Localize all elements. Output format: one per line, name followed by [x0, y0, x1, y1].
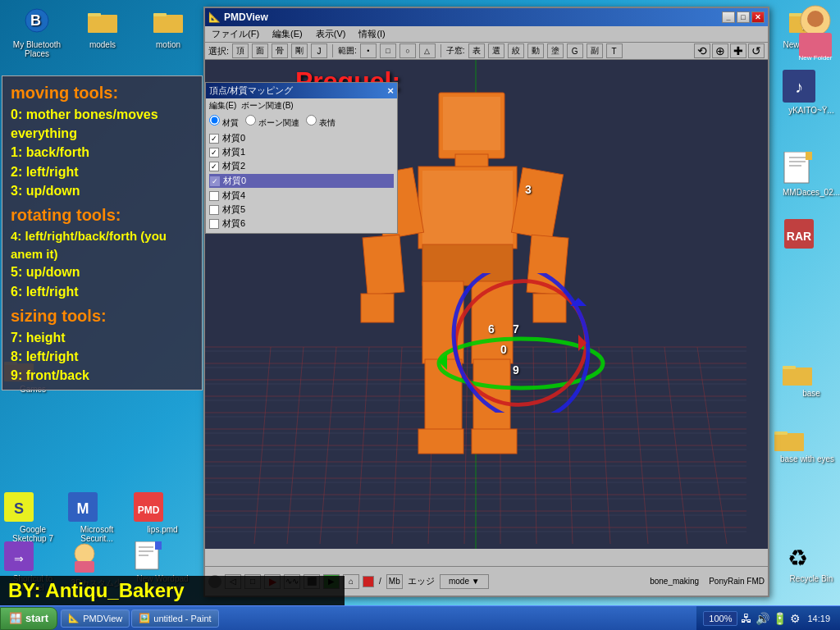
- menu-info[interactable]: 情報(I): [355, 27, 388, 41]
- material-list: ✓ 材質0 ✓ 材質1 ✓ 材質2 ✓ 材質0 材質4 材質5: [206, 130, 397, 233]
- separator-2: [441, 44, 441, 57]
- moving-item-3: 3: up/down: [11, 181, 194, 200]
- toolbar-btn-triangle[interactable]: △: [419, 43, 436, 58]
- bottom-btn-mb[interactable]: Mb: [386, 574, 403, 589]
- maximize-button[interactable]: □: [737, 11, 750, 23]
- range-label: 範囲:: [338, 45, 357, 57]
- toolbar-btn-hyou[interactable]: 表: [468, 43, 485, 58]
- rotation-rings-svg: [427, 273, 615, 413]
- svg-rect-22: [783, 368, 812, 386]
- toolbar-btn-shibo[interactable]: 絞: [508, 43, 524, 58]
- desktop-icon-bluetooth[interactable]: B My Bluetooth Places: [4, 4, 70, 58]
- desktop-icon-mmddocs[interactable]: MMDaces_02...: [783, 152, 840, 197]
- bottom-btn-7[interactable]: ⌂: [343, 574, 359, 589]
- toolbar: 選択: 頂 面 骨 剛 J 範囲: • □ ○ △ 子窓: 表 選 絞 動 塗 …: [205, 43, 768, 60]
- bottom-btn-red[interactable]: [363, 576, 374, 587]
- toolbar-btn-bone[interactable]: 骨: [272, 43, 288, 58]
- material-item-5: 材質5: [209, 203, 394, 216]
- toolbar-btn-face[interactable]: 面: [252, 43, 268, 58]
- material-menu-edit[interactable]: 編集(E): [209, 100, 236, 112]
- toolbar-btn-right-2[interactable]: ⊕: [712, 43, 728, 58]
- toolbar-btn-right-3[interactable]: ✚: [730, 43, 746, 58]
- svg-rect-23: [783, 366, 796, 369]
- svg-text:PMD: PMD: [138, 504, 160, 516]
- start-button[interactable]: 🪟 start: [0, 607, 57, 630]
- menu-view[interactable]: 表示(V): [313, 27, 349, 41]
- desktop-icon-motion[interactable]: motion: [135, 4, 201, 49]
- toolbar-btn-top[interactable]: 頂: [232, 43, 249, 58]
- sketchup-label: Google Sketchup 7: [4, 525, 62, 543]
- svg-rect-18: [789, 165, 801, 167]
- menu-file[interactable]: ファイル(F): [208, 27, 262, 41]
- rotating-item-2: 6: left/right: [11, 282, 194, 301]
- desktop-icon-base[interactable]: base: [783, 361, 840, 398]
- desktop-icon-winrar[interactable]: RAR: [783, 217, 840, 253]
- recycle-label: Recycle Bin: [783, 574, 840, 583]
- desktop-icon-ms-security[interactable]: M Microsoft Securit...: [68, 492, 126, 543]
- toolbar-btn-circle[interactable]: ○: [399, 43, 416, 58]
- material-menu-bone[interactable]: ボーン関連(B): [241, 100, 293, 112]
- menu-edit[interactable]: 編集(E): [269, 27, 306, 41]
- svg-rect-15: [784, 152, 809, 183]
- radio-material[interactable]: 材質: [209, 118, 239, 127]
- svg-rect-2: [88, 15, 117, 33]
- taskbar-paint[interactable]: 🖼️ untitled - Paint: [131, 609, 218, 628]
- taskbar-percent: 100%: [703, 611, 737, 626]
- toolbar-btn-nuri[interactable]: 塗: [547, 43, 564, 58]
- material-radio-row: 材質 ボーン関連 表情: [206, 113, 397, 130]
- bottom-mode-btn[interactable]: mode ▼: [440, 574, 489, 589]
- desktop-icon-base-eyes[interactable]: base with eyes: [774, 427, 840, 463]
- sizing-item-1: 8: left/right: [11, 347, 194, 366]
- desktop-icon-sketchup[interactable]: S Google Sketchup 7: [4, 492, 62, 543]
- motion-folder-icon: [152, 4, 185, 37]
- svg-rect-101: [472, 429, 517, 454]
- checkbox-m3[interactable]: ✓: [210, 176, 220, 186]
- taskbar-paint-icon: 🖼️: [139, 613, 150, 623]
- material-close-btn[interactable]: ×: [387, 84, 394, 97]
- start-label: start: [25, 612, 48, 624]
- close-button[interactable]: ✕: [751, 11, 765, 23]
- icon-label: motion: [156, 40, 180, 49]
- svg-rect-37: [75, 561, 94, 573]
- svg-text:New Folder: New Folder: [799, 54, 833, 62]
- toolbar-btn-t[interactable]: T: [606, 43, 623, 58]
- checkbox-m5[interactable]: [209, 205, 219, 215]
- checkbox-m6[interactable]: [209, 219, 219, 229]
- mmddocs-label: MMDaces_02...: [783, 188, 840, 197]
- svg-rect-19: [806, 152, 812, 160]
- desktop-icon-models[interactable]: models: [70, 4, 135, 49]
- toolbar-btn-dot[interactable]: •: [360, 43, 377, 58]
- window-titlebar[interactable]: 📐 PMDView _ □ ✕: [205, 8, 768, 26]
- checkbox-m2[interactable]: ✓: [209, 162, 219, 171]
- toolbar-btn-right-1[interactable]: ⟲: [694, 43, 710, 58]
- svg-rect-88: [422, 171, 513, 244]
- radio-expression[interactable]: 表情: [306, 118, 336, 127]
- checkbox-m0[interactable]: ✓: [209, 134, 219, 144]
- desktop-icon-lips[interactable]: PMD lips.pmd: [134, 492, 191, 534]
- desktop-icon-ykaito[interactable]: ♪ yKAITO~Ÿ...: [783, 70, 840, 115]
- radio-bone-rel[interactable]: ボーン関連: [245, 118, 299, 127]
- svg-rect-39: [139, 546, 153, 548]
- toolbar-btn-sen[interactable]: 選: [488, 43, 504, 58]
- models-folder-icon: [86, 4, 119, 37]
- material-label-1: 材質1: [222, 146, 245, 158]
- toolbar-btn-dou[interactable]: 動: [527, 43, 544, 58]
- number-9: 9: [513, 363, 519, 377]
- minimize-button[interactable]: _: [722, 11, 735, 23]
- toolbar-btn-square[interactable]: □: [380, 43, 396, 58]
- toolbar-btn-fuku[interactable]: 副: [587, 43, 603, 58]
- checkbox-m1[interactable]: ✓: [209, 148, 219, 158]
- checkbox-m4[interactable]: [209, 191, 219, 201]
- desktop-icon-recycle[interactable]: ♻ Recycle Bin: [783, 541, 840, 583]
- svg-text:M: M: [77, 500, 89, 517]
- bluetooth-icon: B: [21, 4, 53, 37]
- toolbar-btn-g[interactable]: G: [567, 43, 583, 58]
- svg-rect-3: [88, 13, 101, 16]
- separator-1: [332, 44, 333, 57]
- svg-rect-98: [418, 429, 463, 454]
- taskbar-pmdview[interactable]: 📐 PMDView: [61, 609, 130, 628]
- toolbar-btn-right-4[interactable]: ↺: [748, 43, 765, 58]
- material-submenu: 編集(E) ボーン関連(B): [206, 98, 397, 113]
- toolbar-btn-j[interactable]: J: [311, 43, 327, 58]
- toolbar-btn-rigid[interactable]: 剛: [291, 43, 308, 58]
